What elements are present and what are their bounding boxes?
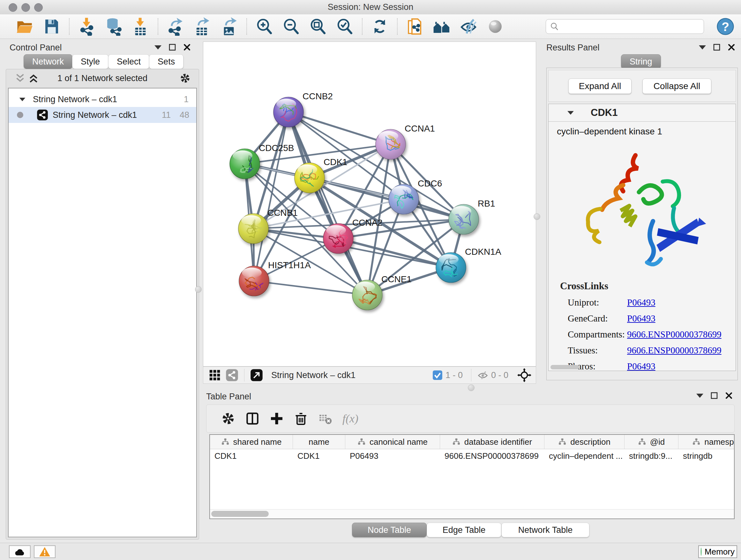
delete-table-button[interactable] <box>318 411 333 426</box>
network-options-button[interactable] <box>179 72 191 84</box>
table-horizontal-scrollbar[interactable] <box>210 509 734 518</box>
collapse-all-button[interactable]: Collapse All <box>643 78 711 94</box>
network-collection-row[interactable]: String Network – cdk1 1 <box>9 91 196 107</box>
network-node-ccna2[interactable] <box>323 224 353 253</box>
panel-close-button[interactable] <box>728 44 735 51</box>
zoom-out-button[interactable] <box>282 17 300 36</box>
tab-select[interactable]: Select <box>108 54 149 69</box>
open-view-in-window-button[interactable] <box>250 369 263 381</box>
network-edge[interactable] <box>254 281 367 295</box>
tab-sets[interactable]: Sets <box>149 54 184 69</box>
network-node-cdc6[interactable] <box>389 184 419 214</box>
table-cell[interactable]: cyclin–dependent ... <box>544 451 624 461</box>
table-cell[interactable]: 9606.ENSP00000378699 <box>440 451 544 461</box>
search-input[interactable] <box>559 21 704 32</box>
network-node-ccna1[interactable] <box>376 129 406 159</box>
crosslink-link[interactable]: P06493 <box>627 297 656 308</box>
warnings-button[interactable] <box>34 545 56 558</box>
column-header-database-identifier[interactable]: database identifier <box>440 435 544 449</box>
table-cell[interactable]: stringdb <box>678 451 735 461</box>
import-table-button[interactable] <box>131 17 150 36</box>
zoom-in-button[interactable] <box>255 17 273 36</box>
panel-menu-button[interactable] <box>696 394 703 398</box>
network-thumbnail-button[interactable] <box>226 369 239 381</box>
right-splitter-handle[interactable] <box>534 213 540 220</box>
horizontal-splitter-handle[interactable] <box>468 384 475 391</box>
import-database-button[interactable] <box>105 17 123 36</box>
network-node-cdc25b[interactable] <box>230 149 260 179</box>
panel-menu-button[interactable] <box>154 45 161 50</box>
network-node-cdk1[interactable] <box>294 163 325 193</box>
cloud-status-button[interactable] <box>9 545 30 558</box>
table-options-button[interactable] <box>220 411 236 426</box>
panel-float-button[interactable] <box>711 392 718 399</box>
panel-float-button[interactable] <box>169 44 176 51</box>
network-canvas[interactable]: CCNB2CCNA1CDC25BCDK1CDC6RB1CCNB1CCNA2CDK… <box>203 42 536 367</box>
function-builder-button[interactable]: f(x) <box>342 412 358 425</box>
column-header-name[interactable]: name <box>293 435 345 449</box>
table-cell[interactable]: stringdb:9... <box>624 451 678 461</box>
help-button[interactable]: ? <box>717 18 734 35</box>
export-image-button[interactable] <box>220 17 239 36</box>
panel-close-button[interactable] <box>725 392 733 399</box>
table-cell[interactable]: CDK1 <box>293 451 345 461</box>
network-node-cdkn1a[interactable] <box>436 253 466 283</box>
network-node-rb1[interactable] <box>449 204 479 234</box>
tab-node-table[interactable]: Node Table <box>352 523 427 537</box>
import-network-button[interactable] <box>77 17 96 36</box>
network-from-file-button[interactable] <box>406 17 424 36</box>
panel-float-button[interactable] <box>713 44 721 51</box>
crosslink-link[interactable]: 9606.ENSP00000378699 <box>627 345 722 356</box>
table-cell[interactable]: CDK1 <box>210 451 293 461</box>
network-node-ccnb2[interactable] <box>273 97 304 127</box>
column-header-namespace[interactable]: namespace <box>678 435 735 449</box>
crosslink-link[interactable]: 9606.ENSP00000378699 <box>627 329 722 340</box>
open-session-button[interactable] <box>16 17 34 36</box>
show-eye-button[interactable] <box>486 17 504 36</box>
network-node-ccne1[interactable] <box>352 280 382 310</box>
export-network-button[interactable] <box>166 17 185 36</box>
delete-columns-button[interactable] <box>293 411 309 426</box>
home-networks-button[interactable] <box>432 17 451 36</box>
show-grid-button[interactable] <box>208 369 221 381</box>
scrollbar-thumb[interactable] <box>211 511 269 517</box>
expand-all-button[interactable]: Expand All <box>568 78 631 94</box>
network-node-hist1h1a[interactable] <box>239 266 269 296</box>
create-column-button[interactable] <box>269 411 284 426</box>
table-cell[interactable]: P06493 <box>345 451 440 461</box>
tab-string-results[interactable]: String <box>621 54 661 69</box>
crosslink-link[interactable]: P06493 <box>627 361 656 371</box>
hidden-eye-icon[interactable] <box>477 369 488 381</box>
memory-button[interactable]: Memory <box>698 545 737 558</box>
show-columns-button[interactable] <box>245 411 260 426</box>
panel-menu-button[interactable] <box>699 45 706 50</box>
table-row[interactable]: CDK1CDK1P064939606.ENSP00000378699cyclin… <box>210 449 734 462</box>
collection-expand-icon[interactable] <box>19 98 25 101</box>
result-entry-header[interactable]: CDK1 <box>549 104 736 122</box>
tab-network-table[interactable]: Network Table <box>501 523 590 537</box>
results-scrollbar-thumb[interactable] <box>550 365 579 369</box>
column-header-canonical-name[interactable]: canonical name <box>345 435 440 449</box>
network-edge[interactable] <box>288 112 391 144</box>
network-node-ccnb1[interactable] <box>239 213 268 244</box>
save-session-button[interactable] <box>43 17 61 36</box>
crosslink-link[interactable]: P06493 <box>627 313 656 324</box>
network-row[interactable]: String Network – cdk1 11 48 <box>9 107 196 123</box>
column-header--id[interactable]: @id <box>624 435 678 449</box>
zoom-selected-button[interactable] <box>335 17 354 36</box>
selected-checkbox-icon[interactable] <box>432 370 443 381</box>
hide-unhide-button[interactable] <box>459 17 478 36</box>
export-table-button[interactable] <box>193 17 212 36</box>
zoom-fit-button[interactable] <box>309 17 327 36</box>
column-header-description[interactable]: description <box>544 435 624 449</box>
tab-network[interactable]: Network <box>23 54 72 69</box>
column-header-shared-name[interactable]: shared name <box>210 435 293 449</box>
tab-style[interactable]: Style <box>72 54 109 69</box>
refresh-layout-button[interactable] <box>370 17 389 36</box>
fit-selected-button[interactable] <box>517 368 531 382</box>
entry-collapse-icon[interactable] <box>567 111 574 115</box>
panel-close-button[interactable] <box>183 44 191 51</box>
tab-edge-table[interactable]: Edge Table <box>427 523 501 537</box>
left-splitter-handle[interactable] <box>195 286 202 293</box>
network-edge[interactable] <box>254 112 288 281</box>
